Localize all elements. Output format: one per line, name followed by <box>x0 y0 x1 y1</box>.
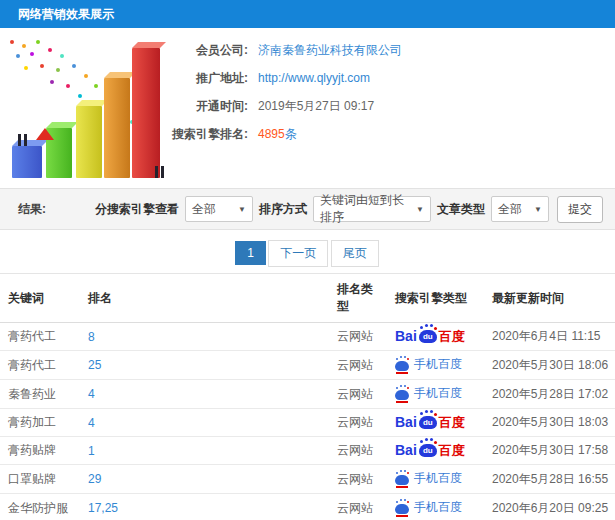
filter-bar: 结果: 分搜索引擎查看 全部 ▼ 排序方式 关键词由短到长排序 ▼ 文章类型 全… <box>0 188 615 230</box>
keyword-cell: 口罩贴牌 <box>0 465 80 494</box>
baidu-paw-icon <box>395 475 409 485</box>
baidu-logo: Baidu百度 <box>395 443 465 457</box>
chart-bar-yellow <box>76 106 102 178</box>
update-time-cell: 2020年6月4日 11:15 <box>484 323 615 351</box>
baidu-logo: Baidu百度 <box>395 329 465 343</box>
mobile-baidu-logo: 手机百度 <box>395 499 462 516</box>
article-type-select[interactable]: 全部 ▼ <box>491 196 549 222</box>
up-arrow-icon <box>36 114 54 128</box>
article-type-label: 文章类型 <box>437 201 485 218</box>
baidu-logo-bai-text: Bai <box>395 415 417 429</box>
next-page-button[interactable]: 下一页 <box>268 240 328 267</box>
baidu-paw-icon <box>395 390 409 400</box>
rank-type-cell: 云网站 <box>329 437 387 465</box>
company-info-list: 会员公司:济南秦鲁药业科技有限公司推广地址:http://www.qlyyjt.… <box>160 36 402 148</box>
mobile-baidu-label: 手机百度 <box>414 499 462 516</box>
last-page-button[interactable]: 尾页 <box>331 240 379 267</box>
baidu-paw-icon <box>395 361 409 371</box>
baidu-paw-icon <box>395 504 409 514</box>
baidu-paw-icon: du <box>419 330 437 343</box>
engine-type-cell: 手机百度 <box>387 351 484 380</box>
rank-type-cell: 云网站 <box>329 351 387 380</box>
chart-bar-red <box>132 48 160 178</box>
results-table-body: 膏药代工8云网站Baidu百度2020年6月4日 11:15膏药代工25云网站手… <box>0 323 615 520</box>
table-row: 口罩贴牌29云网站手机百度2020年5月28日 16:55 <box>0 465 615 494</box>
promo-url-value[interactable]: http://www.qlyyjt.com <box>258 71 370 85</box>
engine-view-select[interactable]: 全部 ▼ <box>185 196 253 222</box>
rank-type-cell: 云网站 <box>329 409 387 437</box>
promo-url-label: 推广地址: <box>160 70 248 87</box>
rank-cell[interactable]: 29 <box>80 465 329 494</box>
table-row: 膏药加工4云网站Baidu百度2020年5月30日 18:03 <box>0 409 615 437</box>
table-row: 秦鲁药业4云网站手机百度2020年5月28日 17:02 <box>0 380 615 409</box>
table-row: 膏药代工25云网站手机百度2020年5月30日 18:06 <box>0 351 615 380</box>
engine-type-cell: Baidu百度 <box>387 409 484 437</box>
keyword-cell: 金华防护服 <box>0 494 80 520</box>
keyword-cell: 膏药代工 <box>0 351 80 380</box>
marketing-chart-illustration <box>2 34 182 184</box>
member-company-label: 会员公司: <box>160 42 248 59</box>
businessman-figure-right <box>155 166 164 178</box>
page-title: 网络营销效果展示 <box>0 0 615 28</box>
column-header-3: 排名类型 <box>329 274 387 323</box>
column-header-2: 排名 <box>80 274 329 323</box>
mobile-baidu-label: 手机百度 <box>414 470 462 487</box>
mobile-baidu-logo: 手机百度 <box>395 385 462 402</box>
rank-cell[interactable]: 1 <box>80 437 329 465</box>
info-row-open-time: 开通时间:2019年5月27日 09:17 <box>160 92 402 120</box>
submit-button[interactable]: 提交 <box>557 196 603 223</box>
rank-cell[interactable]: 4 <box>80 380 329 409</box>
sort-select[interactable]: 关键词由短到长排序 ▼ <box>313 196 431 222</box>
pagination: 1 下一页 尾页 <box>0 230 615 273</box>
update-time-cell: 2020年5月30日 17:58 <box>484 437 615 465</box>
column-header-5: 最新更新时间 <box>484 274 615 323</box>
keyword-cell: 膏药代工 <box>0 323 80 351</box>
column-header-4: 搜索引擎类型 <box>387 274 484 323</box>
rank-type-cell: 云网站 <box>329 494 387 520</box>
mobile-baidu-label: 手机百度 <box>414 356 462 373</box>
baidu-logo-bai-text: Bai <box>395 443 417 457</box>
open-time-value: 2019年5月27日 09:17 <box>258 98 374 115</box>
chevron-down-icon: ▼ <box>238 205 246 214</box>
businessman-figure-left <box>18 134 27 146</box>
baidu-logo-cn-text: 百度 <box>439 330 465 343</box>
sort-selected-value: 关键词由短到长排序 <box>320 192 408 226</box>
keyword-cell: 秦鲁药业 <box>0 380 80 409</box>
rank-cell[interactable]: 8 <box>80 323 329 351</box>
column-header-1: 关键词 <box>0 274 80 323</box>
engine-rank-value: 4895条 <box>258 126 297 143</box>
info-row-member-company: 会员公司:济南秦鲁药业科技有限公司 <box>160 36 402 64</box>
confetti-decoration <box>10 40 14 44</box>
baidu-logo-cn-text: 百度 <box>439 416 465 429</box>
update-time-cell: 2020年5月30日 18:03 <box>484 409 615 437</box>
rank-cell[interactable]: 4 <box>80 409 329 437</box>
info-row-engine-rank: 搜索引擎排名:4895条 <box>160 120 402 148</box>
engine-type-cell: Baidu百度 <box>387 323 484 351</box>
article-type-selected-value: 全部 <box>498 201 522 218</box>
table-row: 膏药贴牌1云网站Baidu百度2020年5月30日 17:58 <box>0 437 615 465</box>
result-label: 结果: <box>18 201 46 218</box>
page-button-1[interactable]: 1 <box>235 241 266 265</box>
rank-cell[interactable]: 25 <box>80 351 329 380</box>
baidu-logo-cn-text: 百度 <box>439 444 465 457</box>
mobile-baidu-label: 手机百度 <box>414 385 462 402</box>
baidu-logo-bai-text: Bai <box>395 329 417 343</box>
baidu-paw-icon: du <box>419 416 437 429</box>
rank-count-unit: 条 <box>285 127 297 141</box>
table-row: 金华防护服17,25云网站手机百度2020年6月20日 09:25 <box>0 494 615 520</box>
update-time-cell: 2020年5月28日 17:02 <box>484 380 615 409</box>
chart-bar-blue <box>12 146 42 178</box>
results-table: 关键词排名排名类型搜索引擎类型最新更新时间 膏药代工8云网站Baidu百度202… <box>0 273 615 520</box>
rank-count-number: 4895 <box>258 127 285 141</box>
member-company-value[interactable]: 济南秦鲁药业科技有限公司 <box>258 42 402 59</box>
engine-type-cell: 手机百度 <box>387 380 484 409</box>
baidu-paw-icon: du <box>419 444 437 457</box>
chart-bar-orange <box>104 78 130 178</box>
rank-cell[interactable]: 17,25 <box>80 494 329 520</box>
results-table-header-row: 关键词排名排名类型搜索引擎类型最新更新时间 <box>0 274 615 323</box>
engine-type-cell: Baidu百度 <box>387 437 484 465</box>
keyword-cell: 膏药贴牌 <box>0 437 80 465</box>
rank-type-cell: 云网站 <box>329 323 387 351</box>
update-time-cell: 2020年5月28日 16:55 <box>484 465 615 494</box>
rank-type-cell: 云网站 <box>329 465 387 494</box>
